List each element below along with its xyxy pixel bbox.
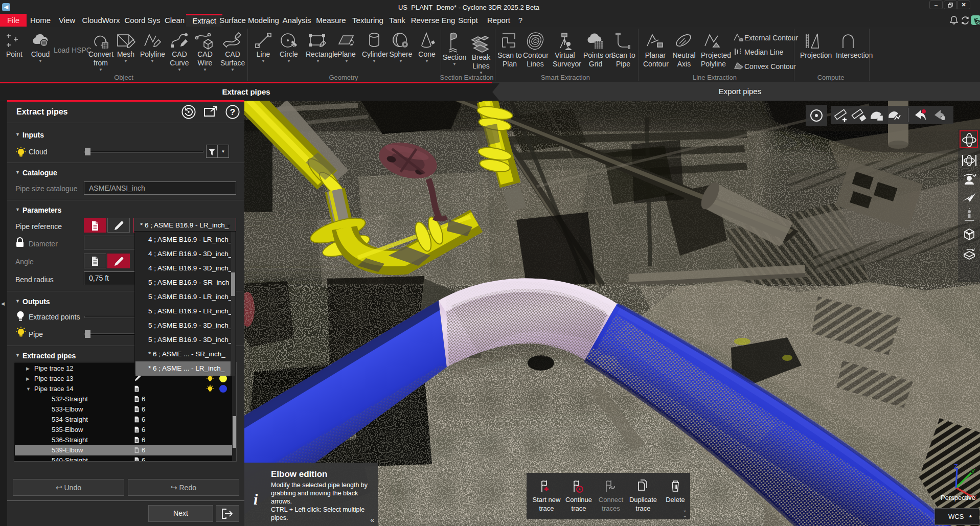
- svg-text:Y: Y: [971, 468, 975, 475]
- svg-text:Z: Z: [954, 463, 958, 470]
- svg-text:?: ?: [230, 107, 235, 117]
